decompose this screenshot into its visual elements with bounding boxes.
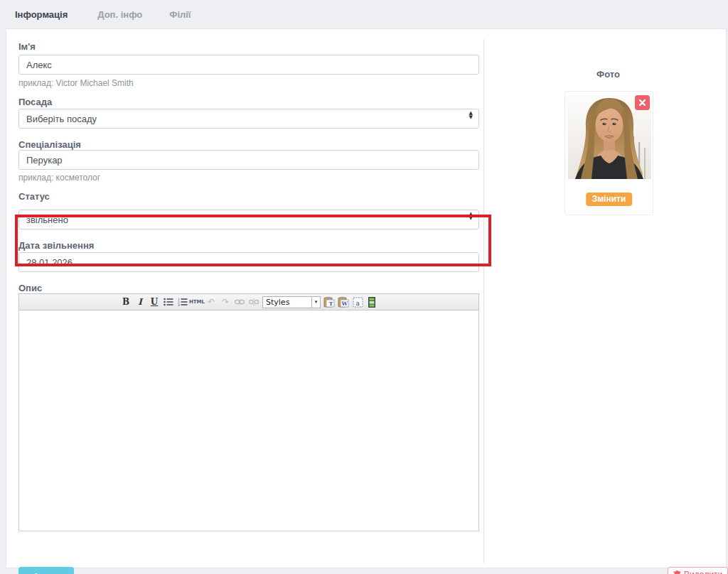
undo-icon[interactable]: ↶ bbox=[205, 296, 217, 308]
underline-icon[interactable]: U bbox=[149, 296, 160, 308]
svg-text:3: 3 bbox=[178, 303, 180, 306]
delete-button[interactable]: Видалити bbox=[668, 567, 728, 574]
remove-photo-button[interactable] bbox=[635, 95, 650, 110]
status-select[interactable]: звільнено ▲▼ bbox=[18, 210, 479, 229]
styles-dropdown[interactable]: Styles bbox=[262, 296, 312, 308]
specialization-hint: приклад: косметолог bbox=[18, 173, 100, 183]
name-hint: приклад: Victor Michael Smith bbox=[18, 78, 134, 88]
paste-word-icon[interactable]: W bbox=[338, 296, 349, 308]
trash-icon bbox=[673, 570, 681, 574]
description-editor: B I U 123 HTML ↶ ↷ Styles ▾ bbox=[18, 293, 479, 531]
employee-form-panel: Ім'я приклад: Victor Michael Smith Посад… bbox=[6, 28, 727, 568]
tab-information[interactable]: Інформація bbox=[15, 9, 68, 20]
link-icon[interactable] bbox=[234, 296, 245, 308]
description-label: Опис bbox=[18, 283, 42, 293]
specialization-input[interactable] bbox=[18, 150, 479, 170]
dismissal-date-label: Дата звільнення bbox=[18, 240, 94, 251]
editor-toolbar: B I U 123 HTML ↶ ↷ Styles ▾ bbox=[18, 293, 479, 310]
delete-button-label: Видалити bbox=[684, 570, 722, 574]
styles-dropdown-arrow[interactable]: ▾ bbox=[312, 296, 321, 308]
anchor-text-icon[interactable]: a bbox=[352, 296, 363, 308]
numbered-list-icon[interactable]: 123 bbox=[177, 296, 188, 308]
save-button[interactable]: Зберегти bbox=[18, 567, 74, 574]
tab-bar: Інформація Доп. інфо Філії bbox=[0, 0, 728, 28]
svg-text:T: T bbox=[329, 300, 333, 307]
status-selected-value: звільнено bbox=[26, 215, 68, 225]
description-editor-body[interactable] bbox=[18, 310, 479, 531]
svg-text:a: a bbox=[355, 299, 360, 306]
specialization-label: Спеціалізація bbox=[18, 139, 81, 150]
name-label: Ім'я bbox=[18, 41, 36, 52]
tab-additional-info[interactable]: Доп. інфо bbox=[97, 9, 142, 20]
photo-section-title: Фото bbox=[489, 69, 727, 80]
status-label: Статус bbox=[18, 191, 50, 202]
italic-icon[interactable]: I bbox=[134, 296, 146, 308]
position-select[interactable]: Виберіть посаду ▲▼ bbox=[18, 109, 479, 129]
position-label: Посада bbox=[18, 97, 52, 107]
html-source-icon[interactable]: HTML bbox=[191, 296, 203, 308]
dismissal-date-input[interactable] bbox=[18, 252, 479, 272]
select-spinner-icon: ▲▼ bbox=[469, 212, 473, 220]
tab-branches[interactable]: Філії bbox=[169, 9, 191, 20]
redo-icon[interactable]: ↷ bbox=[220, 296, 231, 308]
bullet-list-icon[interactable] bbox=[163, 296, 174, 308]
column-divider bbox=[483, 39, 484, 563]
position-selected-value: Виберіть посаду bbox=[26, 114, 97, 124]
bold-icon[interactable]: B bbox=[120, 296, 132, 308]
name-input[interactable] bbox=[18, 55, 479, 75]
svg-text:W: W bbox=[341, 300, 348, 307]
select-spinner-icon: ▲▼ bbox=[469, 112, 473, 119]
paste-text-icon[interactable]: T bbox=[323, 296, 335, 308]
media-filmstrip-icon[interactable] bbox=[366, 296, 378, 308]
change-photo-button[interactable]: Змінити bbox=[586, 193, 633, 206]
close-icon bbox=[639, 99, 646, 106]
photo-card: Змінити bbox=[564, 91, 653, 215]
unlink-icon[interactable] bbox=[248, 296, 259, 308]
